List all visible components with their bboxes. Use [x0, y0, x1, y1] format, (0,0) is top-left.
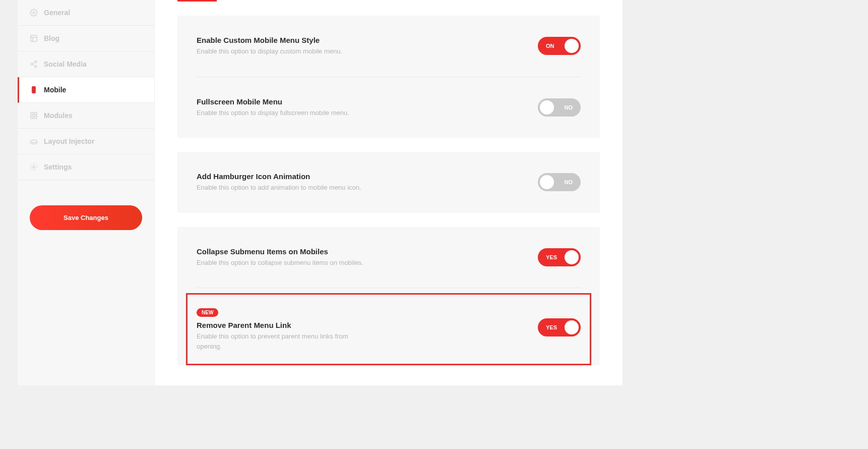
sidebar: General Blog Social Media Mobile [18, 0, 155, 385]
svg-rect-1 [31, 35, 37, 41]
svg-rect-11 [31, 113, 33, 115]
svg-point-4 [35, 61, 37, 63]
sidebar-item-modules[interactable]: Modules [18, 103, 154, 129]
sidebar-item-blog[interactable]: Blog [18, 26, 154, 51]
svg-point-16 [33, 166, 35, 168]
grid-icon [30, 34, 38, 42]
toggle-collapse-submenu[interactable]: YES [538, 248, 581, 266]
setting-desc: Enable this option to collapse submenu i… [197, 258, 368, 268]
toggle-thumb [540, 175, 554, 189]
toggle-label: NO [556, 104, 581, 110]
setting-title: Fullscreen Mobile Menu [197, 97, 368, 106]
setting-custom-mobile-menu-style: Enable Custom Mobile Menu Style Enable t… [197, 16, 581, 77]
settings-group: Add Hamburger Icon Animation Enable this… [177, 152, 600, 213]
sidebar-item-label: Mobile [44, 86, 66, 94]
svg-point-6 [35, 66, 37, 68]
sidebar-item-label: Social Media [44, 60, 87, 68]
svg-rect-13 [31, 116, 33, 119]
new-badge: NEW [197, 308, 218, 317]
active-tab-indicator [177, 0, 217, 2]
sidebar-item-label: Blog [44, 34, 59, 42]
toggle-thumb [565, 320, 579, 334]
toggle-fullscreen-mobile-menu[interactable]: NO [538, 98, 581, 117]
gear-icon [30, 9, 38, 17]
modules-icon [30, 111, 38, 120]
setting-info: Fullscreen Mobile Menu Enable this optio… [197, 97, 368, 118]
svg-point-5 [31, 63, 33, 65]
svg-line-8 [33, 62, 35, 64]
content-area: Enable Custom Mobile Menu Style Enable t… [155, 0, 623, 385]
setting-desc: Enable this option to display custom mob… [197, 46, 368, 57]
setting-desc: Enable this option to prevent parent men… [197, 331, 368, 351]
toggle-thumb [565, 39, 579, 53]
setting-desc: Enable this option to display fullscreen… [197, 108, 368, 118]
setting-title: Add Hamburger Icon Animation [197, 172, 368, 181]
toggle-remove-parent-link[interactable]: YES [538, 318, 581, 336]
svg-point-15 [30, 140, 37, 142]
sidebar-item-mobile[interactable]: Mobile [18, 77, 154, 103]
setting-remove-parent-link: NEW Remove Parent Menu Link Enable this … [186, 293, 591, 365]
sidebar-item-settings[interactable]: Settings [18, 154, 154, 180]
setting-collapse-submenu: Collapse Submenu Items on Mobiles Enable… [197, 227, 581, 289]
setting-title: Remove Parent Menu Link [197, 321, 368, 329]
toggle-thumb [565, 250, 579, 264]
save-changes-button[interactable]: Save Changes [30, 205, 142, 230]
mobile-icon [30, 86, 38, 94]
setting-title: Collapse Submenu Items on Mobiles [197, 247, 368, 256]
setting-fullscreen-mobile-menu: Fullscreen Mobile Menu Enable this optio… [197, 77, 581, 138]
settings-panel: General Blog Social Media Mobile [18, 0, 623, 385]
setting-title: Enable Custom Mobile Menu Style [197, 36, 368, 44]
setting-hamburger-animation: Add Hamburger Icon Animation Enable this… [197, 152, 581, 213]
svg-rect-12 [34, 113, 37, 115]
share-icon [30, 60, 38, 68]
settings-group: Enable Custom Mobile Menu Style Enable t… [177, 16, 600, 138]
svg-rect-9 [32, 86, 36, 93]
toggle-label: YES [538, 324, 565, 330]
setting-info: Collapse Submenu Items on Mobiles Enable… [197, 247, 368, 268]
settings-group: Collapse Submenu Items on Mobiles Enable… [177, 227, 600, 366]
toggle-custom-mobile-menu[interactable]: ON [538, 37, 581, 55]
sidebar-item-label: Layout Injector [44, 137, 94, 145]
svg-rect-14 [34, 116, 37, 119]
svg-line-7 [33, 65, 35, 66]
toggle-label: NO [556, 179, 581, 185]
cog-icon [30, 163, 38, 171]
setting-info: Enable Custom Mobile Menu Style Enable t… [197, 36, 368, 57]
sidebar-item-label: Modules [44, 111, 73, 120]
sidebar-item-label: General [44, 9, 70, 17]
svg-point-0 [33, 12, 35, 14]
sidebar-item-general[interactable]: General [18, 0, 154, 26]
toggle-hamburger-animation[interactable]: NO [538, 173, 581, 191]
setting-info: Add Hamburger Icon Animation Enable this… [197, 172, 368, 193]
layout-icon [30, 137, 38, 145]
setting-info: NEW Remove Parent Menu Link Enable this … [197, 307, 368, 351]
toggle-label: ON [538, 43, 563, 49]
sidebar-item-label: Settings [44, 163, 72, 171]
toggle-thumb [540, 100, 554, 115]
setting-desc: Enable this option to add animation to m… [197, 183, 368, 193]
sidebar-item-layout-injector[interactable]: Layout Injector [18, 129, 154, 154]
sidebar-item-social-media[interactable]: Social Media [18, 51, 154, 77]
toggle-label: YES [538, 254, 565, 260]
